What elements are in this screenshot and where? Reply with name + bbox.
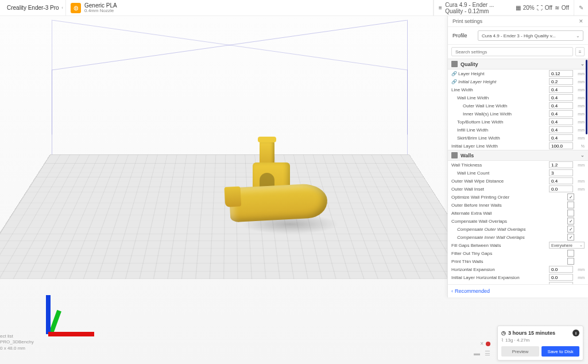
filament-icon: ⌇	[501, 338, 504, 343]
setting-row: Compensate Outer Wall Overlaps✓	[448, 225, 588, 233]
close-small-icon: ×	[480, 340, 483, 347]
settings-visibility-icon[interactable]: ≡	[575, 47, 585, 56]
save-button[interactable]: Save to Disk	[541, 346, 579, 357]
setting-name: Outer Before Inner Walls	[451, 203, 567, 208]
setting-input[interactable]	[549, 94, 573, 101]
setting-name: Inner Wall(s) Line Width	[463, 111, 549, 117]
setting-checkbox[interactable]: ✓	[567, 234, 574, 241]
printer-selector[interactable]: Creality Ender-3 Pro ‹	[0, 0, 66, 16]
setting-input[interactable]	[549, 161, 573, 168]
setting-input[interactable]	[549, 185, 573, 192]
edit-icon[interactable]: ✎	[574, 0, 588, 16]
setting-input[interactable]	[549, 177, 573, 184]
setting-name: Wall Line Count	[457, 171, 549, 176]
setting-input[interactable]	[549, 266, 573, 273]
setting-unit: %	[574, 144, 585, 148]
setting-input[interactable]	[549, 78, 573, 85]
top-bar: Creality Ender-3 Pro ‹ ◍ Generic PLA 0.4…	[0, 0, 588, 16]
print-settings-summary[interactable]: ≡ Cura 4.9 - Ender ... Quality - 0.12mm …	[434, 0, 574, 16]
material-name: Generic PLA	[84, 2, 117, 9]
setting-unit: mm	[574, 120, 585, 124]
setting-row: Optimize Wall Printing Order✓	[448, 193, 588, 201]
setting-input[interactable]	[549, 102, 573, 109]
setting-unit: mm	[574, 179, 585, 183]
settings-scroll[interactable]: Quality ⌄ 🔗Layer Heightmm🔗Initial Layer …	[448, 59, 588, 284]
setting-input[interactable]	[549, 118, 573, 125]
setting-input[interactable]	[549, 126, 573, 133]
slice-result-card: ◷ 3 hours 15 minutes i ⌇ 13g · 4.27m Pre…	[497, 326, 583, 361]
setting-name: Initial Layer Line Width	[451, 144, 549, 149]
setting-name: Outer Wall Wipe Distance	[451, 179, 549, 184]
profile-selector[interactable]: Cura 4.9 - Ender 3 - High Quality v...	[478, 30, 583, 41]
infill-value: 20%	[523, 5, 535, 11]
category-label: Walls	[461, 153, 474, 158]
setting-input[interactable]	[549, 134, 573, 141]
setting-name: Hole Horizontal Expansion	[451, 283, 549, 285]
view-mode-icons: ▬ ☰	[474, 350, 490, 357]
setting-row: Outer Before Inner Walls	[448, 201, 588, 209]
notification-badge[interactable]: ×	[480, 340, 490, 347]
setting-checkbox[interactable]	[567, 210, 574, 216]
preview-button[interactable]: Preview	[501, 346, 539, 357]
chevron-down-icon: ‹	[61, 5, 63, 10]
setting-input[interactable]	[549, 169, 573, 176]
object-dims: 0 x 48.0 mm	[0, 346, 34, 351]
close-panel-icon[interactable]: ✕	[579, 18, 583, 24]
setting-unit: mm	[574, 128, 585, 132]
setting-name: Print Thin Walls	[451, 259, 567, 264]
quality-icon	[451, 61, 458, 67]
model-3dbenchy[interactable]	[218, 137, 333, 229]
setting-checkbox[interactable]	[567, 250, 574, 257]
setting-input[interactable]	[549, 142, 573, 149]
setting-unit: mm	[574, 72, 585, 76]
setting-unit: mm	[574, 104, 585, 108]
setting-row: Initial Layer Line Width%	[448, 142, 588, 150]
setting-row: Fill Gaps Between WallsEverywhere	[448, 241, 588, 249]
setting-checkbox[interactable]: ✓	[567, 218, 574, 224]
setting-input[interactable]	[549, 86, 573, 93]
link-icon[interactable]: 🔗	[451, 79, 457, 84]
category-walls[interactable]: Walls ⌄	[448, 150, 588, 161]
setting-checkbox[interactable]: ✓	[567, 193, 574, 200]
setting-checkbox[interactable]	[567, 202, 574, 208]
recommended-button[interactable]: ‹ Recommended	[451, 288, 490, 294]
setting-name: Outer Wall Inset	[451, 187, 549, 192]
setting-unit: mm	[574, 80, 585, 84]
x-axis	[48, 332, 94, 336]
setting-name: Line Width	[451, 87, 549, 92]
print-time-row: ◷ 3 hours 15 minutes i	[501, 330, 579, 336]
summary-text: Cura 4.9 - Ender ... Quality - 0.12mm	[445, 2, 513, 14]
setting-name: Compensate Wall Overlaps	[451, 219, 567, 224]
view-solid-icon[interactable]: ▬	[474, 350, 480, 357]
chevron-down-icon: ⌄	[581, 153, 585, 158]
info-icon[interactable]: i	[572, 330, 579, 336]
setting-checkbox[interactable]: ✓	[567, 226, 574, 233]
setting-row: Initial Layer Horizontal Expansionmm	[448, 273, 588, 281]
chevron-down-icon: ⌄	[581, 61, 585, 67]
panel-footer: ‹ Recommended	[448, 284, 588, 297]
setting-checkbox[interactable]	[567, 258, 574, 265]
setting-name: Infill Line Width	[457, 127, 549, 133]
link-icon[interactable]: 🔗	[451, 71, 457, 76]
setting-row: Alternate Extra Wall	[448, 209, 588, 217]
setting-row: Outer Wall Wipe Distancemm	[448, 177, 588, 185]
sliders-icon: ≡	[439, 5, 443, 11]
setting-input[interactable]	[549, 282, 573, 284]
search-input[interactable]	[451, 47, 573, 56]
setting-select[interactable]: Everywhere	[549, 242, 585, 249]
setting-name: Alternate Extra Wall	[451, 211, 567, 216]
object-info: ect list PRO_3DBenchy 0 x 48.0 mm	[0, 334, 34, 351]
red-dot-icon	[486, 342, 490, 346]
spool-icon: ◍	[71, 3, 81, 13]
view-xray-icon[interactable]: ☰	[485, 350, 490, 357]
category-quality[interactable]: Quality ⌄	[448, 59, 588, 69]
material-selector[interactable]: ◍ Generic PLA 0.4mm Nozzle	[66, 0, 434, 16]
setting-input[interactable]	[549, 70, 573, 77]
scrollbar[interactable]	[586, 60, 587, 134]
axes-gizmo	[44, 291, 95, 336]
adhesion-value: Off	[562, 5, 569, 11]
setting-input[interactable]	[549, 110, 573, 117]
setting-input[interactable]	[549, 274, 573, 281]
setting-row: Outer Wall Line Widthmm	[448, 102, 588, 110]
search-row: ≡	[448, 45, 588, 59]
